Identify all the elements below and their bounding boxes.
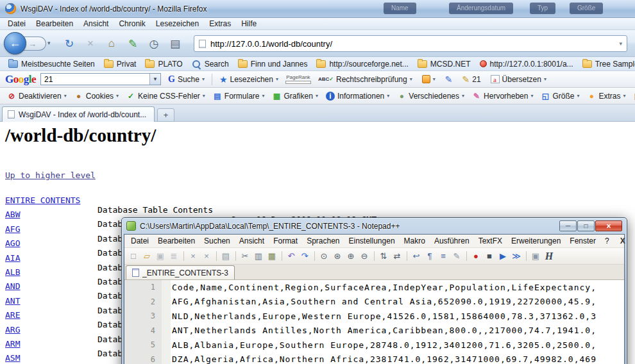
stop-button[interactable]: × — [83, 35, 98, 52]
chevron-down-icon[interactable]: ▾ — [202, 76, 205, 82]
editor-area[interactable]: 1 Code,Name,Continent,Region,SurfaceArea… — [124, 280, 624, 364]
user-define-button[interactable]: ✎ — [450, 250, 463, 263]
chevron-down-icon[interactable]: ▾ — [262, 93, 265, 99]
chevron-down-icon[interactable]: ▾ — [433, 76, 436, 82]
url-bar[interactable]: http://127.0.0.1/world-db/country/ ▾ — [194, 35, 627, 52]
run-multiple-button[interactable]: ≫ — [510, 250, 523, 263]
webdev-images[interactable]: ▦Grafiken▾ — [269, 90, 321, 102]
back-button[interactable]: ← — [4, 32, 26, 54]
firefox-titlebar[interactable]: WsgiDAV - Index of /world-db/country/ - … — [0, 0, 635, 18]
document-tab[interactable]: _ENTIRE_CONTENTS-3 — [126, 265, 235, 279]
close-file-button[interactable]: × — [187, 250, 199, 263]
document-close-icon[interactable]: X — [614, 236, 632, 245]
zoom-out-button[interactable]: ⊖ — [358, 250, 371, 263]
chevron-down-icon[interactable]: ▾ — [623, 93, 626, 99]
menu-item[interactable]: Ansicht — [78, 19, 114, 29]
chevron-down-icon[interactable]: ▾ — [203, 93, 205, 99]
history-clock-button[interactable]: ◷ — [146, 35, 162, 52]
sync-horizontal-button[interactable]: ⇄ — [391, 250, 403, 263]
combo-dropdown-icon[interactable]: ▼ — [149, 74, 160, 85]
notepad-menu-item[interactable]: Einstellungen — [344, 235, 400, 247]
notepad-titlebar[interactable]: C:\Users\Martin\AppData\Local\Temp\_ENTI… — [124, 218, 625, 234]
chevron-down-icon[interactable]: ▾ — [462, 93, 464, 99]
print-button[interactable]: ▤ — [219, 250, 232, 263]
webdev-resize[interactable]: ◱Größe▾ — [538, 90, 582, 102]
word-wrap-button[interactable]: ↩ — [410, 250, 423, 263]
menu-item[interactable]: Extras — [204, 19, 236, 29]
new-file-button[interactable]: □ — [127, 250, 140, 263]
chevron-down-icon[interactable]: ▾ — [530, 93, 533, 99]
entry-link[interactable]: ASM — [5, 353, 20, 363]
google-search-button[interactable]: GSuche▾ — [165, 73, 207, 86]
play-macro-button[interactable]: ▶ — [496, 250, 509, 263]
google-bookmarks-button[interactable]: ★Lesezeichen▾ — [217, 73, 281, 86]
menu-item[interactable]: Bearbeiten — [31, 19, 78, 29]
chevron-down-icon[interactable]: ▾ — [116, 93, 119, 99]
notepad-menu-item[interactable]: TextFX — [474, 235, 507, 247]
doc-monitor-button[interactable]: ▣ — [529, 250, 542, 263]
chevron-down-icon[interactable]: ▾ — [544, 76, 546, 82]
indent-guide-button[interactable]: ≡ — [437, 250, 450, 263]
pencil-button[interactable]: ✎ — [443, 73, 455, 86]
bookmark-plato[interactable]: PLATO — [140, 60, 187, 69]
bookmark-finn-und-jannes[interactable]: Finn und Jannes — [233, 60, 312, 69]
close-button[interactable]: × — [595, 220, 622, 231]
spellcheck-button[interactable]: ABC✓Rechtschreibprüfung▾ — [316, 74, 415, 85]
webdev-css[interactable]: ✓Keine CSS-Fehler▾ — [123, 90, 208, 102]
webdev-information[interactable]: iInformationen▾ — [323, 90, 393, 102]
zoom-in-button[interactable]: ⊕ — [344, 250, 357, 263]
save-button[interactable]: ▣ — [154, 250, 167, 263]
save-all-button[interactable]: ≣ — [167, 250, 180, 263]
notepad-menu-item[interactable]: Format — [269, 235, 302, 247]
notepad-menu-item[interactable]: Fenster — [565, 235, 600, 247]
bookmark-most-visited[interactable]: Meistbesuchte Seiten — [4, 60, 99, 69]
bookmark-localhost-8001[interactable]: http://127.0.0.1:8001/a... — [475, 60, 578, 69]
autofill-button[interactable]: ▾ — [419, 74, 438, 85]
textfx-button[interactable]: H — [543, 250, 555, 263]
notepad-menu-item[interactable]: Suchen — [199, 235, 235, 247]
browser-tab[interactable]: WsgiDAV - Index of /world-db/count... — [2, 106, 155, 122]
chevron-down-icon[interactable]: ▾ — [577, 93, 579, 99]
home-button[interactable]: ⌂ — [104, 35, 119, 52]
menu-item[interactable]: Hilfe — [236, 19, 262, 29]
print-button[interactable]: ▤ — [167, 35, 183, 52]
notepad-menu-item[interactable]: Erweiterungen — [507, 235, 565, 247]
record-macro-button[interactable]: ● — [470, 250, 482, 263]
bookmark-privat[interactable]: Privat — [99, 60, 141, 69]
bookmark-tree-samples[interactable]: Tree Samples — [578, 60, 635, 69]
menu-item[interactable]: Chronik — [114, 19, 150, 29]
notepad-window[interactable]: C:\Users\Martin\AppData\Local\Temp\_ENTI… — [121, 217, 627, 364]
notepad-menu-item[interactable]: Ansicht — [235, 235, 269, 247]
notepad-menu-item[interactable]: Bearbeiten — [153, 235, 199, 247]
sync-vertical-button[interactable]: ⇅ — [377, 250, 390, 263]
menu-item[interactable]: Datei — [3, 19, 31, 29]
quill-button[interactable]: ✎ — [125, 35, 140, 52]
webdev-forms[interactable]: ▤Formulare▾ — [210, 90, 268, 102]
google-search-input[interactable]: 21▼ — [40, 73, 161, 85]
show-all-chars-button[interactable]: ¶ — [423, 250, 436, 263]
redo-button[interactable]: ↷ — [298, 250, 311, 263]
notepad-menu-item[interactable]: Datei — [126, 235, 153, 247]
minimize-button[interactable]: ─ — [559, 220, 577, 231]
maximize-button[interactable]: □ — [577, 220, 595, 231]
close-all-button[interactable]: × — [200, 250, 213, 263]
webdev-cookies[interactable]: ●Cookies▾ — [71, 90, 122, 102]
replace-button[interactable]: ⊛ — [331, 250, 344, 263]
notepad-menu-item[interactable]: Ausführen — [430, 235, 474, 247]
up-to-higher-level-link[interactable]: Up to higher level — [5, 170, 96, 180]
menu-item[interactable]: Lesezeichen — [151, 19, 204, 29]
chevron-down-icon[interactable]: ▾ — [64, 93, 67, 99]
reload-button[interactable]: ↻ — [62, 35, 77, 52]
chevron-down-icon[interactable]: ▾ — [410, 76, 412, 82]
translate-button[interactable]: aÜbersetzen▾ — [488, 74, 549, 85]
bookmark-mcsd[interactable]: MCSD.NET — [413, 60, 475, 69]
bookmark-sourceforge[interactable]: http://sourceforge.net... — [312, 60, 412, 69]
url-dropdown-icon[interactable]: ▾ — [619, 40, 622, 47]
undo-button[interactable]: ↶ — [285, 250, 298, 263]
chevron-down-icon[interactable]: ▾ — [276, 76, 278, 82]
new-tab-button[interactable]: + — [157, 108, 174, 122]
bookmark-search[interactable]: Search — [187, 60, 233, 69]
notepad-menu-item[interactable]: Sprachen — [302, 235, 344, 247]
open-file-button[interactable]: ▱ — [140, 250, 153, 263]
stop-macro-button[interactable]: ■ — [483, 250, 496, 263]
